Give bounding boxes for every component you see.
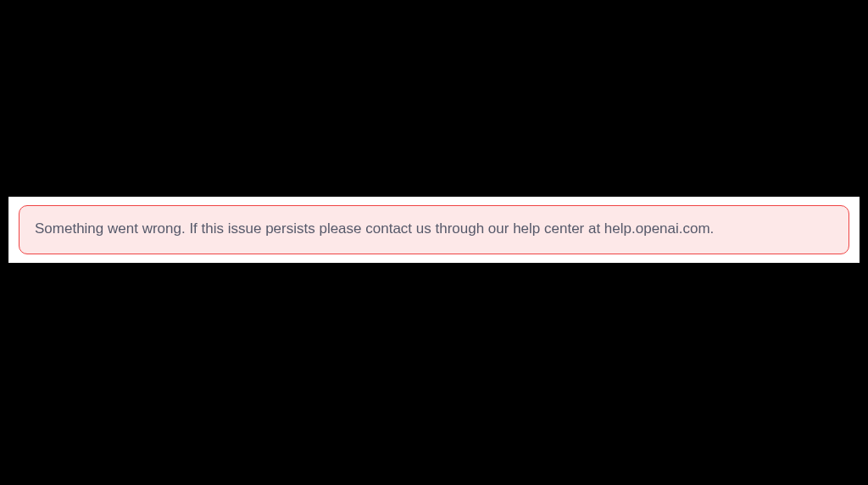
error-message: Something went wrong. If this issue pers… (35, 218, 833, 240)
error-container: Something went wrong. If this issue pers… (8, 197, 860, 263)
error-banner: Something went wrong. If this issue pers… (19, 205, 849, 254)
